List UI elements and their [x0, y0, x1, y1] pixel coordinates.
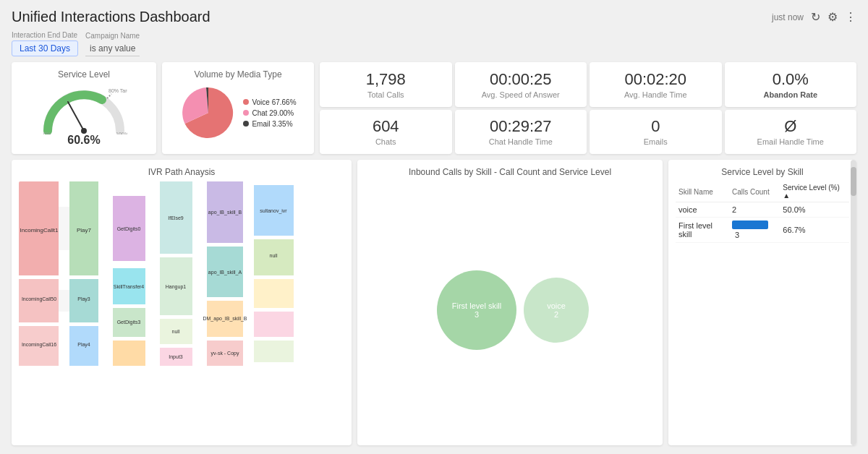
scrollbar-track[interactable] [851, 160, 856, 445]
stat-card-2: 00:02:20Avg. Handle Time [590, 62, 722, 107]
stat-card-7: ØEmail Handle Time [725, 110, 857, 155]
service-level-value: 60.6% [67, 134, 100, 147]
skill-title: Service Level by Skill [676, 167, 849, 177]
stat-label-6: Emails [644, 137, 668, 146]
filter-campaign-value[interactable]: is any value [85, 41, 140, 56]
legend-chat-dot [243, 110, 249, 116]
scrollbar-thumb[interactable] [851, 167, 856, 196]
legend-email-label: Email 3.35% [252, 120, 292, 128]
svg-text:Play4: Play4 [77, 342, 90, 348]
metrics-row: Service Level 80% Target 0% 100% [12, 62, 856, 154]
stat-label-4: Chats [375, 137, 396, 146]
stat-card-6: 0Emails [590, 110, 722, 155]
legend-voice-dot [243, 99, 249, 105]
gauge-chart: 80% Target 0% 100% [41, 84, 127, 131]
service-level-cell: 66.7% [780, 218, 849, 243]
skill-name-cell: First level skill [676, 218, 729, 243]
svg-text:apo_IB_skill_B: apo_IB_skill_B [208, 210, 242, 215]
stat-value-4: 604 [373, 117, 399, 136]
volume-legend: Voice 67.66% Chat 29.00% Email 3.35% [243, 98, 296, 128]
legend-email-dot [243, 121, 249, 127]
stat-card-5: 00:29:27Chat Handle Time [455, 110, 587, 155]
filter-campaign-label: Campaign Name [85, 32, 140, 40]
svg-rect-21 [113, 340, 145, 366]
svg-text:SkillTransfer4: SkillTransfer4 [114, 284, 145, 289]
stat-label-7: Email Handle Time [757, 137, 824, 146]
svg-text:null: null [172, 329, 180, 334]
inbound-title: Inbound Calls by Skill - Call Count and … [365, 167, 655, 177]
stat-label-2: Avg. Handle Time [624, 90, 687, 99]
svg-rect-44 [254, 312, 294, 337]
svg-text:80% Target: 80% Target [109, 88, 127, 94]
volume-title: Volume by Media Type [194, 69, 281, 80]
calls-count-cell: 2 [729, 202, 780, 218]
svg-text:IfElse9: IfElse9 [168, 215, 184, 220]
filter-date-button[interactable]: Last 30 Days [12, 40, 78, 56]
svg-text:IncomingCall16: IncomingCall16 [22, 342, 56, 348]
stat-value-1: 00:00:25 [490, 70, 552, 89]
col-service-level[interactable]: Service Level (%) ▲ [780, 181, 849, 202]
col-calls-count[interactable]: Calls Count [729, 181, 780, 202]
bubble-voice: voice 2 [524, 278, 589, 343]
filter-date-label: Interaction End Date [12, 31, 78, 39]
skill-card: Service Level by Skill Skill Name Calls … [668, 160, 856, 445]
filter-campaign-group: Campaign Name is any value [85, 32, 140, 56]
svg-text:yv-sk - Copy: yv-sk - Copy [211, 351, 239, 356]
calls-count-cell: 3 [729, 218, 780, 243]
skill-table-container[interactable]: Skill Name Calls Count Service Level (%)… [676, 181, 849, 438]
stat-card-3: 0.0%Abandon Rate [725, 62, 857, 107]
legend-voice: Voice 67.66% [243, 98, 296, 106]
svg-text:Play3: Play3 [77, 296, 90, 302]
stat-card-1: 00:00:25Avg. Speed of Answer [455, 62, 587, 107]
svg-text:IncomingCallt1: IncomingCallt1 [20, 227, 59, 234]
stat-card-0: 1,798Total Calls [320, 62, 452, 107]
svg-text:Hangup1: Hangup1 [166, 284, 187, 290]
svg-text:Play7: Play7 [77, 227, 92, 234]
legend-chat: Chat 29.00% [243, 109, 296, 117]
stat-value-5: 00:29:27 [490, 117, 552, 136]
bubble-first-level: First level skill 3 [437, 270, 516, 350]
svg-text:IncomingCall50: IncomingCall50 [22, 296, 56, 302]
pie-chart [179, 84, 237, 142]
ivr-title: IVR Path Anaysis [19, 167, 344, 177]
svg-text:GetDigits0: GetDigits0 [117, 226, 141, 232]
filters-bar: Interaction End Date Last 30 Days Campai… [12, 31, 856, 56]
timestamp-label: just now [772, 12, 804, 22]
svg-point-3 [81, 128, 87, 134]
inbound-card: Inbound Calls by Skill - Call Count and … [357, 160, 663, 445]
service-level-card: Service Level 80% Target 0% 100% [12, 62, 156, 154]
sankey-chart: IncomingCallt1 IncomingCall50 IncomingCa… [19, 181, 344, 438]
legend-chat-label: Chat 29.00% [252, 109, 294, 117]
svg-text:100%: 100% [116, 132, 127, 134]
refresh-icon[interactable]: ↻ [811, 10, 820, 24]
svg-text:Input3: Input3 [169, 354, 183, 360]
ivr-card: IVR Path Anaysis IncomingCallt1 Incoming… [12, 160, 352, 445]
table-row: First level skill 3 66.7% [676, 218, 849, 243]
stat-value-7: Ø [784, 117, 796, 136]
filter-icon[interactable]: ⚙ [827, 10, 838, 24]
table-row: voice 2 50.0% [676, 202, 849, 218]
svg-rect-45 [254, 340, 294, 362]
stat-cards-grid: 1,798Total Calls00:00:25Avg. Speed of An… [320, 62, 856, 154]
more-icon[interactable]: ⋮ [845, 10, 856, 24]
col-skill-name[interactable]: Skill Name [676, 181, 729, 202]
svg-text:DM_apo_IB_skill_B: DM_apo_IB_skill_B [203, 316, 247, 322]
svg-rect-43 [254, 279, 294, 308]
volume-content: Voice 67.66% Chat 29.00% Email 3.35% [179, 84, 296, 142]
page-title: Unified Interactions Dashboard [12, 9, 210, 25]
header: Unified Interactions Dashboard just now … [12, 9, 856, 25]
filter-date-group: Interaction End Date Last 30 Days [12, 31, 78, 56]
dashboard-page: Unified Interactions Dashboard just now … [0, 0, 868, 454]
stat-value-0: 1,798 [366, 70, 406, 89]
service-level-title: Service Level [58, 69, 110, 80]
stat-label-0: Total Calls [367, 90, 404, 99]
bubble-chart: First level skill 3 voice 2 [365, 181, 655, 438]
svg-line-2 [68, 102, 84, 131]
volume-card: Volume by Media Type [162, 62, 314, 154]
svg-line-0 [107, 94, 111, 98]
stat-label-3: Abandon Rate [763, 90, 817, 99]
stat-value-3: 0.0% [773, 70, 809, 89]
header-actions: just now ↻ ⚙ ⋮ [772, 10, 856, 24]
svg-text:0%: 0% [43, 132, 51, 134]
svg-text:null: null [270, 253, 278, 258]
